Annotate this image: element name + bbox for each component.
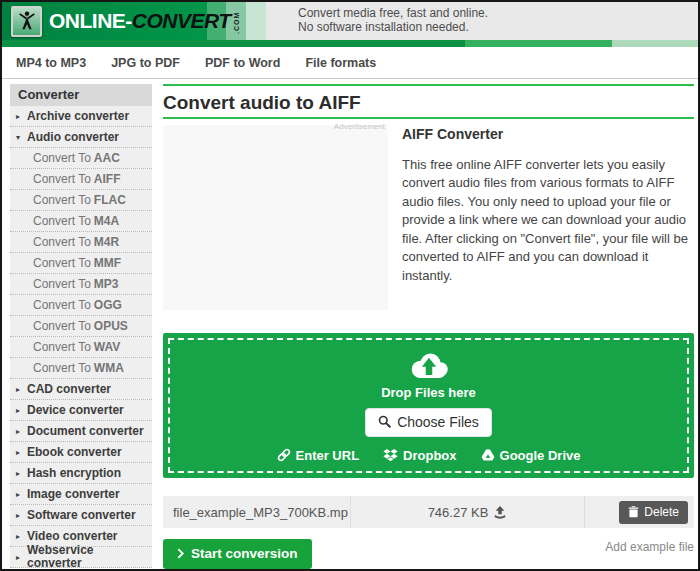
google-drive-link[interactable]: Google Drive: [481, 448, 581, 463]
sidebar-item[interactable]: ▸ Archive converter: [10, 106, 152, 127]
top-nav: MP4 to MP3 JPG to PDF PDF to Word File f…: [2, 47, 698, 79]
sidebar-item[interactable]: Convert To WAV: [10, 337, 152, 358]
upload-icon: [493, 505, 507, 519]
sidebar-item-label: AAC: [94, 152, 120, 165]
sidebar-item-prefix: Convert To: [33, 341, 91, 354]
sidebar: Converter ▸ Archive converter ▾ Audio co…: [10, 84, 152, 569]
logo-person-icon: [11, 6, 42, 37]
sidebar-item-label: OGG: [94, 299, 122, 312]
sidebar-item[interactable]: ▸ CAD converter: [10, 379, 152, 400]
sidebar-item-label: Software converter: [27, 509, 136, 522]
enter-url-link[interactable]: Enter URL: [277, 448, 360, 463]
nav-item-pdf-to-word[interactable]: PDF to Word: [205, 56, 280, 70]
dropbox-link[interactable]: Dropbox: [383, 448, 456, 463]
dropbox-label: Dropbox: [403, 448, 456, 463]
choose-files-label: Choose Files: [397, 414, 479, 430]
sidebar-item-prefix: Convert To: [33, 215, 91, 228]
brand-online: ONLINE-: [49, 9, 132, 33]
expander-arrow-icon: ▸: [16, 404, 27, 417]
tagline: Convert media free, fast and online. No …: [295, 2, 698, 40]
sidebar-item[interactable]: ▸ Document converter: [10, 421, 152, 442]
expander-arrow-icon: ▸: [16, 425, 27, 438]
sidebar-item-label: Video converter: [27, 530, 117, 543]
nav-item-file-formats[interactable]: File formats: [305, 56, 376, 70]
sidebar-item[interactable]: ▸ Software converter: [10, 505, 152, 526]
sidebar-item-prefix: Convert To: [33, 257, 91, 270]
sidebar-item-prefix: Convert To: [33, 278, 91, 291]
trash-icon: [628, 506, 639, 518]
header-accent-bar: [2, 40, 698, 47]
intro-row: Advertisement AIFF Converter This free o…: [163, 125, 694, 310]
sidebar-item[interactable]: Convert To OPUS: [10, 316, 152, 337]
sidebar-item[interactable]: Convert To AAC: [10, 148, 152, 169]
sidebar-item[interactable]: Convert To M4A: [10, 211, 152, 232]
sidebar-item[interactable]: ▾ Audio converter: [10, 127, 152, 148]
delete-file-button[interactable]: Delete: [619, 501, 688, 524]
sidebar-item-label: Hash encryption: [27, 467, 121, 480]
sidebar-item-label: Archive converter: [27, 110, 129, 123]
add-example-file-link[interactable]: Add example file: [605, 540, 694, 554]
expander-arrow-icon: ▸: [16, 488, 27, 501]
logo[interactable]: ONLINE-CONVERT.COM: [2, 2, 295, 40]
intro-heading: AIFF Converter: [402, 126, 694, 142]
start-conversion-label: Start conversion: [191, 546, 298, 561]
choose-files-button[interactable]: Choose Files: [365, 408, 492, 437]
sidebar-item-prefix: Convert To: [33, 362, 91, 375]
sidebar-item-label: Ebook converter: [27, 446, 122, 459]
sidebar-item[interactable]: ▸ Hash encryption: [10, 463, 152, 484]
file-size-cell: 746.27 KB: [350, 496, 585, 528]
sidebar-item-prefix: Convert To: [33, 299, 91, 312]
dropbox-icon: [383, 448, 398, 463]
sidebar-item-label: AIFF: [94, 173, 121, 186]
sidebar-item-prefix: Convert To: [33, 152, 91, 165]
google-drive-icon: [481, 448, 495, 462]
sidebar-item[interactable]: ▸ Ebook converter: [10, 442, 152, 463]
uploaded-file-row: file_example_MP3_700KB.mp 746.27 KB Dele…: [163, 496, 694, 528]
nav-item-jpg-to-pdf[interactable]: JPG to PDF: [111, 56, 180, 70]
start-conversion-button[interactable]: Start conversion: [163, 539, 312, 569]
sidebar-item-label: OPUS: [94, 320, 128, 333]
expander-arrow-icon: ▸: [16, 446, 27, 459]
sidebar-item-label: MP3: [94, 278, 119, 291]
sidebar-item[interactable]: ▸ Webservice converter: [10, 547, 152, 568]
tagline-line1: Convert media free, fast and online.: [298, 6, 698, 20]
sidebar-item-prefix: Convert To: [33, 320, 91, 333]
nav-item-mp4-to-mp3[interactable]: MP4 to MP3: [16, 56, 86, 70]
sidebar-item-label: M4A: [94, 215, 119, 228]
sidebar-item[interactable]: Convert To WMA: [10, 358, 152, 379]
intro-text: AIFF Converter This free online AIFF con…: [402, 125, 694, 285]
sidebar-item-prefix: Convert To: [33, 194, 91, 207]
sidebar-list: ▸ Archive converter ▾ Audio converter Co…: [10, 106, 152, 568]
sidebar-item-label: Audio converter: [27, 131, 119, 144]
expander-arrow-icon: ▾: [16, 131, 27, 144]
sidebar-item[interactable]: ▸ Image converter: [10, 484, 152, 505]
sidebar-item[interactable]: Convert To MP3: [10, 274, 152, 295]
delete-label: Delete: [644, 505, 679, 519]
brand-text: ONLINE-CONVERT.COM: [49, 8, 240, 34]
sidebar-item-label: WMA: [94, 362, 124, 375]
file-size: 746.27 KB: [428, 505, 489, 520]
sidebar-item[interactable]: Convert To FLAC: [10, 190, 152, 211]
file-actions-cell: Delete: [585, 496, 694, 528]
main-panel: Convert audio to AIFF Advertisement AIFF…: [163, 84, 694, 569]
sidebar-item[interactable]: ▸ Device converter: [10, 400, 152, 421]
link-icon: [277, 448, 291, 462]
expander-arrow-icon: ▸: [16, 467, 27, 480]
enter-url-label: Enter URL: [296, 448, 360, 463]
sidebar-item[interactable]: Convert To MMF: [10, 253, 152, 274]
advertisement-label: Advertisement: [334, 122, 385, 131]
file-name: file_example_MP3_700KB.mp: [163, 505, 350, 520]
expander-arrow-icon: ▸: [16, 551, 27, 564]
sidebar-item[interactable]: Convert To AIFF: [10, 169, 152, 190]
intro-body: This free online AIFF converter lets you…: [402, 156, 694, 285]
chevron-right-icon: [177, 548, 184, 559]
sidebar-item-label: Device converter: [27, 404, 124, 417]
expander-arrow-icon: ▸: [16, 530, 27, 543]
sidebar-item-label: Webservice converter: [27, 544, 146, 570]
sidebar-item[interactable]: Convert To M4R: [10, 232, 152, 253]
sidebar-item[interactable]: Convert To OGG: [10, 295, 152, 316]
file-dropzone[interactable]: Drop Files here Choose Files: [163, 333, 694, 478]
expander-arrow-icon: ▸: [16, 383, 27, 396]
page-title-block: Convert audio to AIFF: [163, 84, 694, 119]
actions-row: Start conversion Add example file: [163, 539, 694, 569]
